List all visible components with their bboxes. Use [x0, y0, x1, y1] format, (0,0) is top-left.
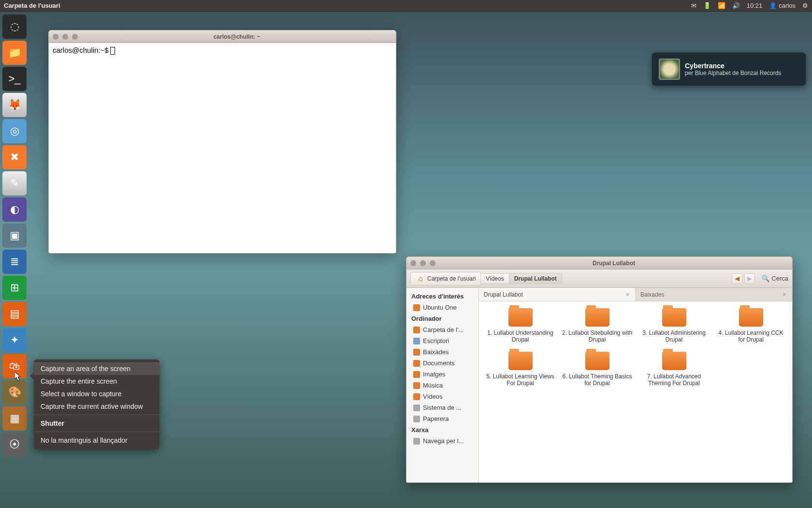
folder-icon — [413, 304, 420, 311]
sidebar-item-label: Baixades — [423, 348, 449, 356]
folder-icon — [413, 338, 420, 344]
terminal-prompt: carlos@chulin:~$ — [53, 46, 109, 54]
window-maximize-button[interactable] — [430, 260, 435, 266]
sidebar-item[interactable]: Carpeta de l'... — [406, 324, 478, 335]
folder-item[interactable]: 6. Lullabot Theming Basics for Drupal — [559, 352, 636, 387]
folder-icon — [662, 352, 686, 370]
launcher-firefox[interactable]: 🦊 — [2, 93, 27, 117]
launcher-eclipse[interactable]: ◐ — [2, 197, 27, 222]
launcher-shutter[interactable]: ✦ — [2, 328, 27, 352]
notification-title: Cybertrance — [685, 62, 781, 70]
nav-back-button[interactable]: ◀ — [732, 273, 742, 284]
launcher-gimp[interactable]: 🎨 — [2, 380, 27, 404]
launcher-calc[interactable]: ⊞ — [2, 276, 27, 300]
sidebar-item-label: Ubuntu One — [423, 304, 457, 311]
folder-icon — [413, 404, 420, 411]
sidebar-item[interactable]: Vídeos — [406, 391, 478, 402]
terminal-titlebar[interactable]: carlos@chulin: ~ — [49, 30, 396, 43]
terminal-body[interactable]: carlos@chulin:~$ — [49, 43, 396, 253]
folder-icon — [739, 308, 763, 327]
folder-item[interactable]: 2. Lullabot Sitebuilding with Drupal — [559, 308, 636, 343]
folder-icon — [585, 308, 609, 327]
launcher-terminal[interactable]: >_ — [2, 67, 27, 91]
mail-icon[interactable]: ✉ — [691, 2, 696, 9]
window-maximize-button[interactable] — [72, 34, 78, 40]
window-minimize-button[interactable] — [62, 34, 68, 40]
folder-item[interactable]: 3. Lullabot Administering Drupal — [636, 308, 712, 343]
sidebar-item[interactable]: Navega per l... — [406, 435, 478, 447]
search-button[interactable]: 🔍 Cerca — [762, 275, 788, 282]
file-tab[interactable]: Baixades× — [636, 288, 792, 301]
nav-forward-button[interactable]: ▶ — [744, 273, 755, 284]
sidebar-item[interactable]: Baixades — [406, 346, 478, 358]
launcher-impress[interactable]: ▤ — [2, 302, 27, 326]
sidebar-item[interactable]: Música — [406, 380, 478, 391]
tab-close-icon[interactable]: × — [782, 291, 787, 298]
folder-label: 2. Lullabot Sitebuilding with Drupal — [562, 329, 633, 343]
wifi-icon[interactable]: 📶 — [718, 2, 725, 9]
breadcrumb: ⌂Carpeta de l'usuari Vídeos Drupal Lulla… — [410, 272, 562, 285]
sidebar-item-label: Sistema de ... — [423, 404, 461, 411]
launcher-chromium[interactable]: ◎ — [2, 119, 27, 143]
launcher-text-editor[interactable]: ✎ — [2, 171, 27, 195]
sidebar-item[interactable]: Sistema de ... — [406, 402, 478, 413]
shutter-quicklist: Capture an area of the screen Capture th… — [34, 359, 160, 449]
launcher-writer[interactable]: ≣ — [2, 250, 27, 274]
sidebar-item[interactable]: Escriptori — [406, 335, 478, 346]
sidebar-item[interactable]: Paperera — [406, 413, 478, 424]
file-browser-window[interactable]: Drupal Lullabot ⌂Carpeta de l'usuari Víd… — [406, 256, 793, 483]
terminal-window[interactable]: carlos@chulin: ~ carlos@chulin:~$ — [48, 30, 396, 254]
ql-app-title[interactable]: Shutter — [34, 417, 160, 430]
system-cog-icon[interactable]: ⚙ — [802, 2, 808, 9]
notification-body: per Blue Alphabet de Bonzai Records — [685, 70, 781, 76]
crumb-videos[interactable]: Vídeos — [481, 273, 509, 284]
files-toolbar: ⌂Carpeta de l'usuari Vídeos Drupal Lulla… — [406, 269, 792, 288]
top-panel: Carpeta de l'usuari ✉ 🔋 📶 🔊 10:21 👤 carl… — [0, 0, 812, 12]
launcher-file-manager[interactable]: 📁 — [2, 41, 27, 65]
folder-item[interactable]: 4. Lullabot Learning CCK for Drupal — [712, 308, 789, 343]
launcher-xchat[interactable]: ✖ — [2, 145, 27, 169]
launcher-virtualbox[interactable]: ▣ — [2, 224, 27, 248]
sidebar-item[interactable]: Imatges — [406, 369, 478, 380]
ql-capture-screen[interactable]: Capture the entire screen — [34, 375, 160, 388]
folder-label: 3. Lullabot Administering Drupal — [638, 329, 710, 343]
sidebar-item[interactable]: Documents — [406, 358, 478, 369]
terminal-cursor — [110, 47, 115, 55]
crumb-home[interactable]: ⌂Carpeta de l'usuari — [410, 272, 481, 285]
sidebar-heading-bookmarks: Adreces d'interès — [406, 291, 478, 302]
battery-icon[interactable]: 🔋 — [703, 2, 711, 9]
launcher-ubuntu-dash[interactable]: ◌ — [2, 15, 27, 39]
launcher-workspace-switcher[interactable]: ▦ — [2, 406, 27, 431]
launcher-mounted-drive[interactable]: ⦿ — [2, 433, 27, 457]
folder-icon — [508, 308, 533, 327]
folder-icon — [508, 352, 533, 370]
files-titlebar[interactable]: Drupal Lullabot — [406, 257, 792, 269]
sidebar-item[interactable]: Ubuntu One — [406, 302, 478, 313]
folder-label: 1. Lullabot Understanding Drupal — [485, 329, 556, 343]
window-minimize-button[interactable] — [420, 260, 426, 266]
album-art-icon — [659, 59, 680, 80]
folder-item[interactable]: 1. Lullabot Understanding Drupal — [482, 308, 559, 343]
folder-item[interactable]: 5. Lullabot Learning Views For Drupal — [482, 352, 559, 387]
sidebar-item-label: Música — [423, 382, 443, 389]
ql-capture-area[interactable]: Capture an area of the screen — [34, 362, 160, 375]
sound-icon[interactable]: 🔊 — [732, 2, 740, 9]
crumb-current[interactable]: Drupal Lullabot — [509, 273, 562, 284]
ql-unpin[interactable]: No la mantinguis al llançador — [34, 434, 160, 447]
ql-select-window[interactable]: Select a window to capture — [34, 388, 160, 400]
user-menu[interactable]: 👤 carlos — [769, 2, 796, 9]
search-icon: 🔍 — [762, 275, 769, 282]
window-close-button[interactable] — [53, 34, 58, 40]
window-close-button[interactable] — [410, 260, 416, 266]
unity-launcher: ◌📁>_🦊◎✖✎◐▣≣⊞▤✦🛍🎨▦⦿ — [0, 12, 29, 508]
launcher-ubuntu-software[interactable]: 🛍 — [2, 354, 27, 378]
file-tab[interactable]: Drupal Lullabot× — [479, 288, 636, 301]
folder-icon — [662, 308, 686, 327]
ql-capture-active[interactable]: Capture the current active window — [34, 400, 160, 413]
sidebar-item-label: Paperera — [423, 415, 449, 422]
folder-item[interactable]: 7. Lullabot Advanced Theming For Drupal — [636, 352, 712, 387]
folder-label: 7. Lullabot Advanced Theming For Drupal — [638, 373, 710, 387]
tab-close-icon[interactable]: × — [625, 291, 630, 298]
clock[interactable]: 10:21 — [747, 2, 763, 9]
sidebar-item-label: Navega per l... — [423, 437, 464, 445]
